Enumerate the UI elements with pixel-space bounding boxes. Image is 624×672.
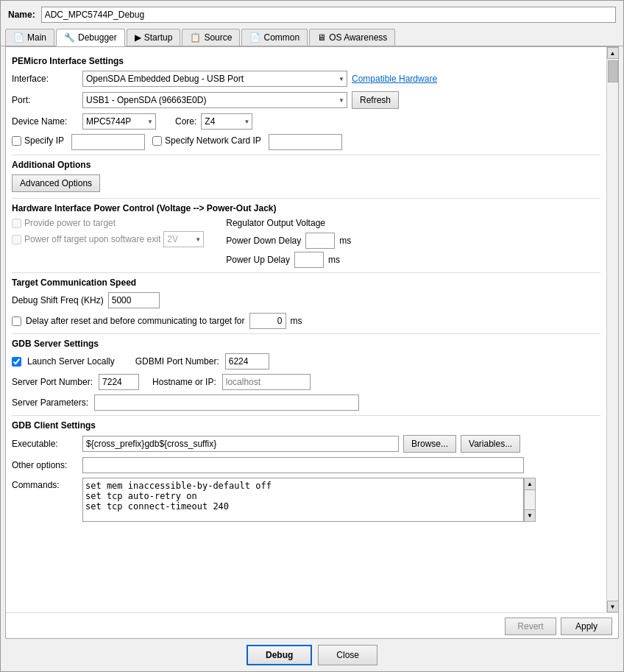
startup-tab-icon: ▶ [135,32,141,43]
power-off-row: Power off target upon software exit 2V [12,231,204,247]
main-window: Name: 📄 Main 🔧 Debugger ▶ Startup 📋 Sour… [0,0,624,672]
port-label: Port: [12,95,78,105]
action-buttons-row: Debug Close [1,639,623,671]
specify-network-label: Specify Network Card IP [165,135,261,146]
tab-source[interactable]: 📋 Source [182,29,240,46]
textarea-scroll-down[interactable]: ▼ [525,509,535,521]
power-up-label: Power Up Delay [226,255,290,265]
tab-startup-label: Startup [144,32,173,43]
divider-1 [12,155,600,155]
source-tab-icon: 📋 [190,32,201,43]
power-up-ms: ms [328,255,340,265]
tab-startup[interactable]: ▶ Startup [127,29,181,46]
content-with-scroll: PEMicro Interface Settings Interface: Op… [6,47,618,612]
debug-button[interactable]: Debug [247,645,312,665]
tab-main-label: Main [27,32,46,43]
divider-3 [12,272,600,273]
browse-button[interactable]: Browse... [403,435,456,453]
name-input[interactable] [41,7,616,23]
power-down-label: Power Down Delay [226,236,301,246]
power-off-label: Power off target upon software exit [24,234,160,244]
debug-freq-row: Debug Shift Freq (KHz) [12,292,600,308]
refresh-button[interactable]: Refresh [352,91,399,109]
interface-select[interactable]: OpenSDA Embedded Debug - USB Port [82,71,347,87]
core-select[interactable]: Z4 [201,113,252,130]
specify-network-checkbox[interactable] [152,136,162,146]
scrollable-content: PEMicro Interface Settings Interface: Op… [6,47,606,612]
tab-debugger-label: Debugger [78,32,117,43]
scroll-down-btn[interactable]: ▼ [607,601,619,612]
gdbmi-label: GDBMI Port Number: [135,356,219,367]
device-select-wrapper: MPC5744P [82,113,156,130]
device-label: Device Name: [12,116,78,127]
port-select-wrapper: USB1 - OpenSDA (96663E0D) [82,92,347,108]
vertical-scrollbar[interactable]: ▲ ▼ [606,47,618,612]
tab-main[interactable]: 📄 Main [5,29,54,46]
executable-input[interactable] [82,436,399,452]
other-options-label: Other options: [12,460,78,470]
hostname-input[interactable] [222,374,311,390]
delay-input[interactable] [249,313,286,329]
provide-power-row: Provide power to target [12,218,204,228]
scroll-up-btn[interactable]: ▲ [607,47,619,59]
divider-5 [12,415,600,416]
tab-common-label: Common [263,32,299,43]
commands-row: Commands: set mem inaccessible-by-defaul… [12,478,600,522]
port-row: Port: USB1 - OpenSDA (96663E0D) Refresh [12,91,600,109]
launch-server-label: Launch Server Locally [27,356,115,367]
common-tab-icon: 📄 [249,32,260,43]
variables-button[interactable]: Variables... [461,435,520,453]
core-label: Core: [175,116,196,127]
specify-ip-checkbox[interactable] [12,136,21,146]
port-select[interactable]: USB1 - OpenSDA (96663E0D) [82,92,347,108]
launch-server-row: Launch Server Locally GDBMI Port Number: [12,353,600,369]
tab-debugger[interactable]: 🔧 Debugger [56,29,125,46]
advanced-options-button[interactable]: Advanced Options [12,174,100,192]
power-down-input[interactable] [305,233,335,249]
pemicro-section-header: PEMicro Interface Settings [12,56,600,66]
revert-button[interactable]: Revert [505,618,556,635]
ip-section: Specify IP Specify Network Card IP [12,134,600,150]
name-row: Name: [1,1,623,29]
power-up-input[interactable] [294,252,324,268]
interface-row: Interface: OpenSDA Embedded Debug - USB … [12,71,600,87]
close-button[interactable]: Close [318,645,377,665]
device-row: Device Name: MPC5744P Core: Z4 [12,113,600,130]
commands-label: Commands: [12,478,78,490]
voltage-select[interactable]: 2V [163,231,204,247]
specify-ip-row: Specify IP [12,135,64,146]
compatible-hardware-link[interactable]: Compatible Hardware [352,74,437,84]
delay-label: Delay after reset and before communicati… [26,316,245,326]
specify-network-input[interactable] [269,134,342,150]
tab-os-awareness[interactable]: 🖥 OS Awareness [309,29,395,46]
os-tab-icon: 🖥 [317,32,326,43]
server-port-input[interactable] [99,374,139,390]
device-select[interactable]: MPC5744P [82,113,156,130]
provide-power-checkbox[interactable] [12,219,21,228]
divider-4 [12,333,600,334]
debug-freq-input[interactable] [108,292,160,308]
delay-ms: ms [291,316,302,326]
server-port-row: Server Port Number: Hostname or IP: [12,374,600,390]
other-options-input[interactable] [82,457,524,473]
server-params-input[interactable] [94,395,359,411]
apply-button[interactable]: Apply [561,618,612,635]
gdbmi-input[interactable] [225,353,269,369]
specify-ip-input[interactable] [71,134,145,150]
regulator-row: Regulator Output Voltage [226,218,351,228]
power-off-checkbox[interactable] [12,235,21,244]
hostname-label: Hostname or IP: [152,377,216,387]
textarea-scroll-up[interactable]: ▲ [525,478,535,490]
interface-select-wrapper: OpenSDA Embedded Debug - USB Port [82,71,347,87]
core-select-wrapper: Z4 [201,113,252,130]
tab-common[interactable]: 📄 Common [241,29,308,46]
other-options-row: Other options: [12,457,600,473]
launch-server-checkbox[interactable] [12,357,21,367]
commands-textarea[interactable]: set mem inaccessible-by-default off set … [82,478,524,522]
scrollbar-thumb[interactable] [608,60,618,82]
regulator-label: Regulator Output Voltage [226,218,325,228]
delay-checkbox[interactable] [12,316,21,326]
name-label: Name: [8,10,35,20]
main-tab-icon: 📄 [13,32,24,43]
specify-ip-label: Specify IP [24,135,64,146]
